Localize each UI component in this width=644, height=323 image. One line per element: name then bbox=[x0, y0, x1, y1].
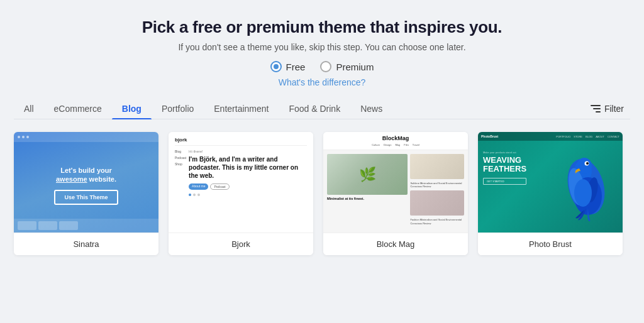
bjork-dots bbox=[189, 194, 307, 196]
difference-link[interactable]: What's the difference? bbox=[279, 77, 366, 87]
blockmag-nav-4: Film bbox=[404, 143, 409, 146]
blockmag-nav-3: Mag bbox=[396, 143, 401, 146]
bjork-theme-name: Bjork bbox=[169, 233, 313, 255]
free-radio-circle bbox=[270, 61, 282, 72]
photobrust-nav: PhotoBrust PORTFOLIO STORE BLOG ABOUT CO… bbox=[478, 132, 623, 141]
photobrust-preview: PhotoBrust PORTFOLIO STORE BLOG ABOUT CO… bbox=[478, 132, 623, 233]
blockmag-logo: BlockMag bbox=[382, 135, 409, 141]
tab-portfolio[interactable]: Portfolio bbox=[152, 99, 204, 119]
premium-radio-label: Premium bbox=[336, 62, 374, 72]
tab-blog[interactable]: Blog bbox=[112, 99, 152, 119]
sinatra-thumb-2 bbox=[38, 221, 57, 230]
photobrust-logo: PhotoBrust bbox=[481, 134, 498, 138]
free-radio-label: Free bbox=[286, 62, 306, 72]
theme-card-bjork[interactable]: bjork Blog Podcast Shop Hi there! I'm Bj… bbox=[169, 132, 313, 255]
category-tabs: All eCommerce Blog Portfolio Entertainme… bbox=[14, 99, 630, 119]
blockmag-sidebar: Sublime Minimalism and Social Environmen… bbox=[410, 154, 464, 229]
sinatra-bg: Let's build yourawesome website. Use Thi… bbox=[14, 132, 158, 233]
tab-all[interactable]: All bbox=[14, 99, 44, 119]
photobrust-title: WEAVINGFEATHERS bbox=[483, 156, 526, 174]
photobrust-cta: GET STARTED bbox=[483, 178, 526, 185]
svg-point-5 bbox=[577, 158, 592, 174]
theme-card-blockmag[interactable]: BlockMag Culture Design Mag Film Travel bbox=[323, 132, 468, 255]
sinatra-bottom bbox=[14, 219, 158, 233]
photobrust-tagline: Make your products stand out bbox=[483, 151, 526, 154]
sinatra-dot-3 bbox=[26, 136, 29, 138]
themes-grid: Let's build yourawesome website. Use Thi… bbox=[14, 132, 630, 255]
sinatra-dot-2 bbox=[22, 136, 25, 138]
sinatra-top-bar bbox=[14, 132, 158, 142]
sinatra-thumb-3 bbox=[59, 221, 78, 230]
tab-food-drink[interactable]: Food & Drink bbox=[279, 99, 350, 119]
page-headline: Pick a free or premium theme that inspir… bbox=[142, 18, 502, 37]
blockmag-preview: BlockMag Culture Design Mag Film Travel bbox=[323, 132, 468, 233]
free-radio-option[interactable]: Free bbox=[270, 61, 306, 72]
photobrust-content: Make your products stand out WEAVINGFEAT… bbox=[483, 151, 526, 185]
bjork-bg: bjork Blog Podcast Shop Hi there! I'm Bj… bbox=[169, 132, 313, 233]
bjork-tag-about: About me bbox=[189, 183, 208, 190]
page-container: Pick a free or premium theme that inspir… bbox=[0, 0, 644, 323]
photobrust-theme-name: Photo Brust bbox=[478, 233, 623, 255]
tab-ecommerce[interactable]: eCommerce bbox=[44, 99, 112, 119]
bjork-tag-podcast: Podcast bbox=[210, 183, 229, 190]
svg-point-7 bbox=[586, 162, 589, 165]
bjork-nav-1: Blog bbox=[175, 150, 186, 153]
bjork-content: Hi there! I'm Björk, and I'm a writer an… bbox=[189, 150, 307, 196]
blockmag-sidebar-text-1: Sublime Minimalism and Social Environmen… bbox=[410, 182, 464, 188]
blockmag-bg: BlockMag Culture Design Mag Film Travel bbox=[323, 132, 468, 233]
bjork-logo: bjork bbox=[175, 137, 307, 143]
blockmag-nav: Culture Design Mag Film Travel bbox=[372, 143, 419, 146]
photobrust-bg: PhotoBrust PORTFOLIO STORE BLOG ABOUT CO… bbox=[478, 132, 623, 233]
svg-point-8 bbox=[574, 179, 592, 207]
sinatra-dot-1 bbox=[18, 136, 20, 138]
bjork-nav: Blog Podcast Shop bbox=[175, 150, 186, 191]
bjork-dot-1 bbox=[189, 194, 191, 196]
blockmag-sidebar-text-2: Fashion Minimalism and Social Environmen… bbox=[410, 218, 464, 224]
bjork-dot-2 bbox=[193, 194, 196, 196]
theme-card-photobrust[interactable]: PhotoBrust PORTFOLIO STORE BLOG ABOUT CO… bbox=[478, 132, 623, 255]
blockmag-main: Minimalist at its finest. bbox=[327, 154, 408, 229]
blockmag-header: BlockMag Culture Design Mag Film Travel bbox=[323, 132, 468, 150]
sinatra-theme-name: Sinatra bbox=[14, 233, 158, 255]
blockmag-nav-5: Travel bbox=[413, 143, 419, 146]
filter-icon bbox=[591, 105, 601, 112]
photobrust-nav-2: STORE bbox=[574, 135, 582, 138]
tabs-inner: All eCommerce Blog Portfolio Entertainme… bbox=[14, 99, 584, 119]
blockmag-small-image-2 bbox=[410, 190, 464, 216]
bjork-tags: About me Podcast bbox=[189, 183, 307, 190]
filter-label: Filter bbox=[604, 104, 624, 114]
photobrust-bird-image bbox=[540, 141, 620, 233]
bjork-preview: bjork Blog Podcast Shop Hi there! I'm Bj… bbox=[169, 132, 313, 233]
blockmag-caption: Minimalist at its finest. bbox=[327, 197, 408, 201]
page-subtext: If you don't see a theme you like, skip … bbox=[178, 42, 465, 52]
photobrust-nav-3: BLOG bbox=[586, 135, 592, 138]
bjork-dot-3 bbox=[197, 194, 200, 196]
photobrust-nav-4: ABOUT bbox=[596, 135, 604, 138]
sinatra-thumb-1 bbox=[18, 221, 36, 230]
blockmag-nav-2: Design bbox=[384, 143, 391, 146]
sinatra-cta-btn: Use This Theme bbox=[54, 190, 118, 205]
premium-radio-option[interactable]: Premium bbox=[320, 61, 374, 72]
bjork-title: I'm Björk, and I'm a writer and podcaste… bbox=[189, 155, 307, 180]
bjork-greeting: Hi there! bbox=[189, 150, 307, 153]
theme-type-radio-group: Free Premium bbox=[270, 61, 374, 72]
bjork-nav-2: Podcast bbox=[175, 156, 186, 160]
tab-news[interactable]: News bbox=[350, 99, 392, 119]
filter-button[interactable]: Filter bbox=[584, 100, 630, 118]
theme-card-sinatra[interactable]: Let's build yourawesome website. Use Thi… bbox=[14, 132, 158, 255]
blockmag-body: Minimalist at its finest. Sublime Minima… bbox=[323, 150, 468, 233]
sinatra-headline: Let's build yourawesome website. bbox=[56, 166, 116, 184]
blockmag-theme-name: Block Mag bbox=[323, 233, 468, 255]
photobrust-nav-items: PORTFOLIO STORE BLOG ABOUT CONTACT bbox=[556, 135, 619, 138]
tab-entertainment[interactable]: Entertainment bbox=[204, 99, 279, 119]
blockmag-small-image-1 bbox=[410, 154, 464, 179]
photobrust-nav-5: CONTACT bbox=[608, 135, 619, 138]
bjork-nav-3: Shop bbox=[175, 162, 186, 166]
bjork-divider bbox=[175, 145, 307, 146]
blockmag-plant-image bbox=[327, 154, 408, 195]
premium-radio-circle bbox=[320, 61, 331, 72]
photobrust-nav-1: PORTFOLIO bbox=[556, 135, 570, 138]
sinatra-preview: Let's build yourawesome website. Use Thi… bbox=[14, 132, 158, 233]
blockmag-nav-1: Culture bbox=[372, 143, 380, 146]
